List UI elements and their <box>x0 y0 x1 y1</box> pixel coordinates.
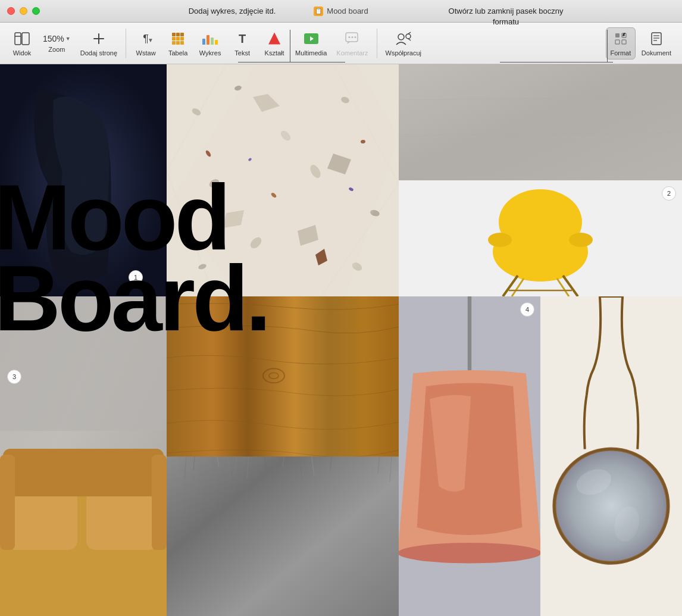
format-label: Format <box>610 49 631 57</box>
multimedia-button[interactable]: Multimedia <box>292 28 330 59</box>
svg-rect-50 <box>399 64 682 180</box>
tabela-label: Tabela <box>168 49 187 57</box>
wspolpracuj-icon <box>395 30 412 47</box>
wspolpracuj-button[interactable]: Współpracuj <box>382 28 426 59</box>
close-button[interactable] <box>7 7 15 15</box>
cell-dark-chair: 1 <box>0 64 167 296</box>
badge-3: 3 <box>7 370 21 384</box>
canvas-area: 1 <box>0 64 682 616</box>
svg-point-55 <box>499 189 582 255</box>
svg-rect-69 <box>0 455 15 550</box>
img-dark-chair <box>0 64 167 296</box>
svg-point-56 <box>488 233 512 247</box>
svg-rect-66 <box>6 490 77 550</box>
svg-point-93 <box>399 543 540 563</box>
toolbar: Widok 150% ▼ Zoom Dodaj stronę ¶ ▼ Wstaw <box>0 23 682 64</box>
cell-right-top: 2 <box>399 64 682 296</box>
svg-line-17 <box>408 32 411 34</box>
cell-lamp: 4 <box>399 296 540 616</box>
svg-text:▼: ▼ <box>148 37 153 43</box>
window-title: 📋 Mood board <box>314 7 368 16</box>
widok-label: Widok <box>13 49 32 57</box>
komentarz-button[interactable]: Komentarz <box>333 28 371 59</box>
zoom-value: 150% <box>43 34 64 43</box>
cell-right-bottom: 4 1 — Terrazzo Floors 2 <box>399 296 682 616</box>
add-page-icon <box>90 30 107 47</box>
dokument-label: Dokument <box>642 49 671 57</box>
multimedia-icon <box>303 30 320 47</box>
divider-1 <box>126 29 126 58</box>
svg-rect-71 <box>167 296 399 456</box>
widok-button[interactable]: Widok <box>7 28 37 59</box>
svg-rect-1 <box>22 33 29 45</box>
svg-point-13 <box>354 36 356 38</box>
zoom-arrow: ▼ <box>65 36 71 42</box>
app-icon: 📋 <box>314 7 323 16</box>
svg-line-18 <box>408 39 411 40</box>
ksztalt-icon <box>266 30 283 47</box>
wspolpracuj-label: Współpracuj <box>386 49 422 57</box>
svg-rect-22 <box>622 40 626 44</box>
cell-yellow-chair: 2 <box>399 180 682 296</box>
svg-rect-67 <box>86 490 158 550</box>
svg-rect-70 <box>152 455 167 550</box>
cell-wood <box>167 296 399 456</box>
svg-rect-23 <box>652 33 661 45</box>
divider-2 <box>377 29 377 58</box>
svg-rect-68 <box>3 449 164 496</box>
tabela-icon <box>170 30 186 47</box>
format-icon <box>612 30 629 47</box>
svg-point-15 <box>398 34 404 40</box>
wykres-icon <box>202 30 218 47</box>
svg-rect-0 <box>15 33 21 45</box>
dokument-icon <box>648 30 665 47</box>
wstaw-label: Wstaw <box>136 49 156 57</box>
traffic-lights <box>7 7 40 15</box>
image-grid: 1 <box>0 64 682 616</box>
svg-rect-19 <box>615 33 620 37</box>
page: 1 <box>0 64 682 616</box>
minimize-button[interactable] <box>20 7 27 15</box>
badge-2: 2 <box>662 186 676 201</box>
tekst-icon: T <box>234 30 251 47</box>
svg-point-16 <box>406 34 411 39</box>
svg-point-12 <box>351 36 353 38</box>
svg-point-57 <box>569 233 593 247</box>
badge-1: 1 <box>129 270 143 284</box>
wstaw-button[interactable]: ¶ ▼ Wstaw <box>131 28 161 59</box>
zoom-label: Zoom <box>48 46 65 53</box>
komentarz-icon <box>344 30 361 47</box>
wykres-button[interactable]: Wykres <box>195 28 225 59</box>
cell-terrazzo <box>167 64 399 296</box>
wykres-label: Wykres <box>199 49 221 57</box>
cell-fur <box>167 456 399 617</box>
cell-mirror <box>540 296 682 616</box>
svg-text:T: T <box>239 32 246 45</box>
wstaw-icon: ¶ ▼ <box>137 30 154 47</box>
img-terrazzo <box>167 64 399 296</box>
multimedia-label: Multimedia <box>295 49 327 57</box>
cell-wood-fur <box>167 296 399 616</box>
zoom-combo: 150% ▼ <box>43 34 71 43</box>
komentarz-label: Komentarz <box>336 49 368 57</box>
cell-concrete <box>399 64 682 180</box>
cell-gray-wall: 3 <box>0 296 167 616</box>
cell-lamp-legend: 4 1 — Terrazzo Floors 2 <box>399 296 540 616</box>
badge-4: 4 <box>520 302 534 317</box>
ksztalt-button[interactable]: Kształt <box>259 28 289 59</box>
widok-icon <box>14 30 30 47</box>
add-page-label: Dodaj stronę <box>80 49 117 57</box>
svg-rect-21 <box>615 40 620 44</box>
add-page-button[interactable]: Dodaj stronę <box>77 28 121 59</box>
svg-point-11 <box>348 36 350 38</box>
dokument-button[interactable]: Dokument <box>638 28 675 59</box>
titlebar: 📋 Mood board <box>0 0 682 23</box>
zoom-button[interactable]: 150% ▼ Zoom <box>39 32 74 55</box>
ksztalt-label: Kształt <box>265 49 284 57</box>
tabela-button[interactable]: Tabela <box>163 28 193 59</box>
media-icon-inner <box>304 33 318 44</box>
svg-rect-64 <box>0 296 167 431</box>
tekst-button[interactable]: T Tekst <box>227 28 257 59</box>
maximize-button[interactable] <box>32 7 40 15</box>
format-button[interactable]: Format <box>606 27 636 60</box>
